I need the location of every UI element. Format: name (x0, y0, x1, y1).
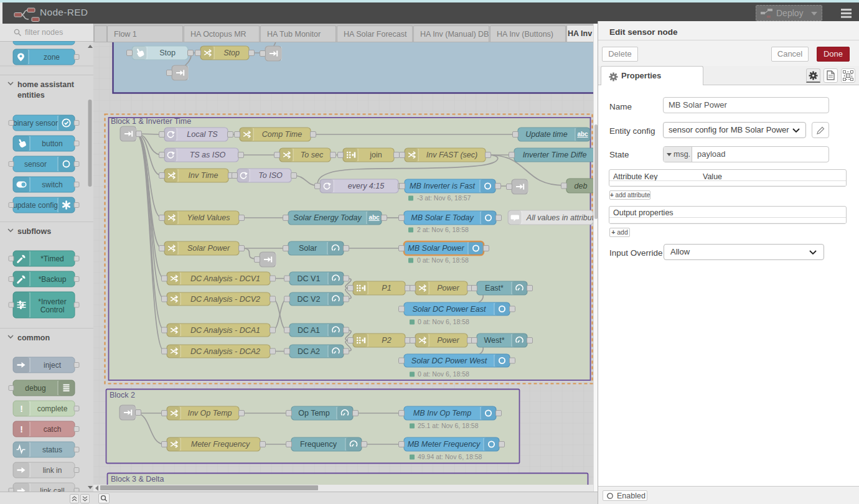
svg-text:49.94 at: Nov 6, 18:58: 49.94 at: Nov 6, 18:58 (418, 453, 482, 460)
svg-text:To ISO: To ISO (258, 171, 283, 180)
svg-text:East*: East* (485, 284, 504, 292)
svg-text:zone: zone (44, 53, 60, 62)
svg-text:Comp Time: Comp Time (262, 130, 303, 139)
svg-text:MB Solar E Today: MB Solar E Today (411, 213, 474, 222)
svg-text:MB Inverter is Fast: MB Inverter is Fast (410, 182, 475, 190)
svg-text:update config: update config (13, 201, 58, 210)
svg-text:MB Meter Frequency: MB Meter Frequency (408, 440, 481, 449)
svg-text:Solar Energy Today: Solar Energy Today (293, 213, 362, 222)
svg-text:Power: Power (437, 284, 459, 292)
svg-text:abc: abc (577, 131, 588, 138)
svg-text:0 at: Nov 6, 18:58: 0 at: Nov 6, 18:58 (418, 318, 469, 325)
svg-text:Frequency: Frequency (300, 440, 337, 449)
svg-text:-3 at: Nov 6, 18:57: -3 at: Nov 6, 18:57 (417, 194, 471, 202)
svg-text:Block 3 & Delta: Block 3 & Delta (111, 475, 164, 483)
svg-text:Stop: Stop (159, 49, 176, 57)
svg-text:Block 1 & Inverter Time: Block 1 & Inverter Time (111, 117, 191, 126)
svg-text:Inv Op Temp: Inv Op Temp (187, 409, 232, 418)
svg-text:Op Temp: Op Temp (298, 409, 330, 418)
svg-text:Solar: Solar (299, 244, 317, 253)
svg-text:filter nodes: filter nodes (25, 28, 63, 37)
svg-text:common: common (17, 334, 50, 342)
svg-text:Local TS: Local TS (187, 130, 218, 139)
svg-text:*Backup: *Backup (39, 275, 67, 284)
svg-text:catch: catch (44, 425, 62, 434)
svg-text:Solar Power: Solar Power (187, 244, 230, 253)
svg-text:Yield Values: Yield Values (187, 213, 230, 222)
svg-text:Block 2: Block 2 (110, 391, 135, 399)
svg-text:status: status (42, 446, 62, 454)
svg-text:Control: Control (40, 306, 65, 314)
svg-text:Solar DC Power East: Solar DC Power East (412, 305, 486, 314)
svg-text:Update time: Update time (525, 130, 567, 139)
svg-text:Meter Frequency: Meter Frequency (191, 440, 250, 449)
svg-text:25.1 at: Nov 6, 18:58: 25.1 at: Nov 6, 18:58 (418, 422, 479, 429)
svg-text:switch: switch (42, 180, 62, 189)
svg-text:Inverter Time Diffe: Inverter Time Diffe (523, 151, 587, 159)
svg-text:To sec: To sec (301, 151, 324, 159)
svg-text:DC Analysis - DCV1: DC Analysis - DCV1 (190, 274, 260, 283)
svg-text:deb: deb (575, 182, 588, 190)
svg-text:subflows: subflows (17, 227, 51, 236)
svg-text:!: ! (20, 404, 23, 414)
svg-text:MB Solar Power: MB Solar Power (408, 244, 464, 253)
svg-text:Power: Power (437, 336, 459, 345)
svg-text:debug: debug (25, 384, 45, 393)
svg-text:DC A2: DC A2 (298, 347, 320, 356)
svg-text:P2: P2 (382, 336, 391, 345)
svg-text:DC V2: DC V2 (298, 295, 321, 304)
svg-text:P1: P1 (382, 284, 391, 292)
svg-text:DC A1: DC A1 (298, 326, 320, 335)
svg-text:DC V1: DC V1 (298, 274, 321, 283)
svg-text:All values in attribute: All values in attribute (526, 213, 593, 222)
svg-text:0 at: Nov 6, 18:58: 0 at: Nov 6, 18:58 (418, 370, 469, 378)
svg-text:West*: West* (484, 336, 504, 345)
svg-text:!: ! (20, 424, 23, 434)
svg-text:sensor: sensor (24, 160, 47, 169)
svg-text:DC Analysis - DCA1: DC Analysis - DCA1 (190, 326, 260, 335)
svg-text:Inv FAST (sec): Inv FAST (sec) (426, 151, 477, 159)
svg-text:button: button (42, 139, 62, 148)
svg-text:TS as ISO: TS as ISO (190, 151, 226, 159)
svg-text:Inv Time: Inv Time (189, 171, 218, 180)
svg-text:home assistant: home assistant (17, 80, 75, 89)
svg-text:*Timed: *Timed (40, 254, 64, 263)
svg-text:Stop: Stop (223, 49, 240, 57)
svg-text:*Inverter: *Inverter (38, 297, 66, 306)
svg-text:0 at: Nov 6, 18:58: 0 at: Nov 6, 18:58 (417, 256, 469, 264)
svg-text:binary sensor: binary sensor (13, 119, 58, 128)
svg-text:DC Analysis - DCV2: DC Analysis - DCV2 (190, 295, 260, 304)
svg-text:inject: inject (44, 361, 62, 370)
svg-text:abc: abc (368, 214, 380, 221)
svg-text:complete: complete (37, 404, 68, 413)
svg-text:every 4:15: every 4:15 (348, 182, 384, 190)
svg-text:entities: entities (17, 91, 45, 100)
svg-text:DC Analysis - DCA2: DC Analysis - DCA2 (190, 347, 260, 356)
svg-text:link in: link in (43, 466, 62, 475)
svg-text:join: join (369, 151, 382, 159)
svg-text:MB Inv Op Temp: MB Inv Op Temp (413, 409, 471, 418)
svg-text:Solar DC Power West: Solar DC Power West (411, 357, 487, 365)
svg-text:link call: link call (40, 487, 64, 492)
svg-text:2 at: Nov 6, 18:58: 2 at: Nov 6, 18:58 (417, 226, 469, 233)
